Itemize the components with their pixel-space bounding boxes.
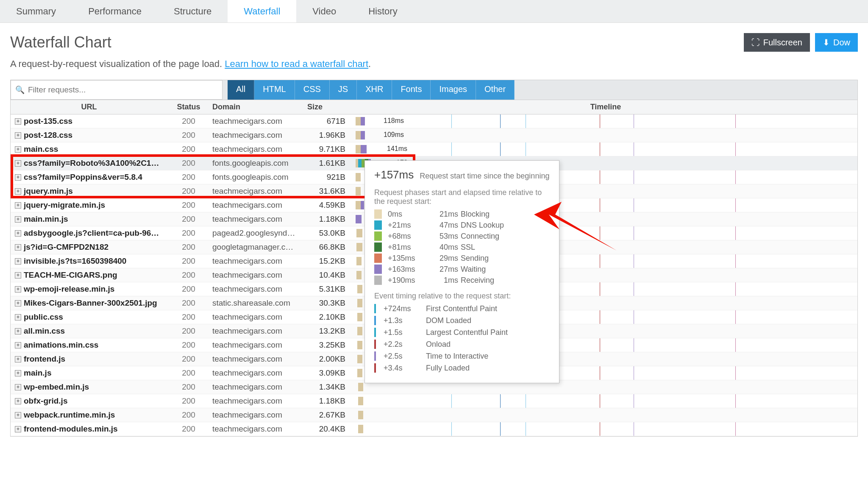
- tab-structure[interactable]: Structure: [158, 0, 228, 22]
- expand-icon[interactable]: +: [15, 174, 21, 181]
- tooltip-offset: +157ms: [374, 168, 414, 181]
- row-domain: teachmecigars.com: [210, 382, 303, 392]
- bar-segment: [357, 341, 362, 349]
- row-domain: teachmecigars.com: [210, 256, 303, 266]
- phase-row: +81ms 40ms SSL: [374, 242, 550, 252]
- table-row[interactable]: +frontend-modules.min.js200teachmecigars…: [11, 422, 857, 436]
- expand-icon[interactable]: +: [15, 412, 21, 418]
- expand-icon[interactable]: +: [15, 146, 21, 153]
- expand-icon[interactable]: +: [15, 216, 21, 223]
- phase-start: +68ms: [388, 232, 426, 241]
- chip-all[interactable]: All: [228, 80, 254, 100]
- waterfall-grid: URL Status Domain Size Timeline +post-13…: [10, 100, 858, 437]
- row-domain: teachmecigars.com: [210, 340, 303, 350]
- row-url: +adsbygoogle.js?client=ca-pub-96…: [11, 228, 167, 238]
- phase-swatch: [374, 276, 382, 285]
- chip-js[interactable]: JS: [330, 80, 357, 100]
- filter-box[interactable]: 🔍: [11, 80, 223, 100]
- expand-icon[interactable]: +: [15, 118, 21, 125]
- row-domain: teachmecigars.com: [210, 396, 303, 406]
- event-name: Time to Interactive: [426, 352, 550, 361]
- expand-icon[interactable]: +: [15, 398, 21, 404]
- tab-performance[interactable]: Performance: [72, 0, 158, 22]
- row-url-text: css?family=Roboto%3A100%2C1…: [24, 159, 159, 168]
- event-time: +1.5s: [384, 328, 422, 337]
- expand-icon[interactable]: +: [15, 230, 21, 237]
- expand-icon[interactable]: +: [15, 272, 21, 279]
- row-url: +post-135.css: [11, 117, 167, 126]
- phase-swatch: [374, 209, 382, 219]
- row-status: 200: [167, 354, 210, 364]
- tabs: SummaryPerformanceStructureWaterfallVide…: [0, 0, 868, 23]
- tooltip-line1: Request start time since the beginning: [420, 172, 549, 181]
- row-url: +Mikes-Cigars-Banner-300x2501.jpg: [11, 298, 167, 308]
- table-row[interactable]: +main.css200teachmecigars.com9.71KB141ms: [11, 142, 857, 156]
- search-icon: 🔍: [15, 85, 25, 95]
- row-size: 2.10KB: [303, 312, 354, 322]
- expand-icon[interactable]: +: [15, 426, 21, 432]
- expand-icon[interactable]: +: [15, 258, 21, 265]
- row-status: 200: [167, 159, 210, 168]
- table-row[interactable]: +post-128.css200teachmecigars.com1.96KB1…: [11, 128, 857, 142]
- row-domain: teachmecigars.com: [210, 131, 303, 140]
- row-url: +wp-emoji-release.min.js: [11, 284, 167, 294]
- fullscreen-button[interactable]: ⛶ Fullscreen: [744, 33, 810, 52]
- event-name: DOM Loaded: [426, 316, 550, 325]
- tooltip-line2: Request phases start and elapsed time re…: [374, 188, 550, 206]
- download-button[interactable]: ⬇ Dow: [815, 33, 858, 52]
- phase-dur: 1ms: [428, 276, 458, 285]
- expand-icon[interactable]: +: [15, 132, 21, 139]
- table-row[interactable]: +obfx-grid.js200teachmecigars.com1.18KB: [11, 394, 857, 408]
- chip-xhr[interactable]: XHR: [357, 80, 392, 100]
- event-tick: [374, 316, 376, 325]
- learn-link[interactable]: Learn how to read a waterfall chart: [225, 59, 368, 69]
- tab-waterfall[interactable]: Waterfall: [228, 0, 296, 22]
- bar-time-label: 118ms: [384, 117, 404, 125]
- bar-segment: [357, 299, 362, 307]
- row-status: 200: [167, 187, 210, 196]
- row-domain: teachmecigars.com: [210, 187, 303, 196]
- chip-other[interactable]: Other: [476, 80, 515, 100]
- bar-segment: [357, 313, 362, 321]
- expand-icon[interactable]: +: [15, 286, 21, 293]
- expand-icon[interactable]: +: [15, 244, 21, 251]
- row-status: 200: [167, 312, 210, 322]
- expand-icon[interactable]: +: [15, 328, 21, 334]
- row-size: 15.2KB: [303, 256, 354, 266]
- expand-icon[interactable]: +: [15, 188, 21, 195]
- event-name: Largest Contentful Paint: [426, 328, 550, 337]
- chip-fonts[interactable]: Fonts: [392, 80, 431, 100]
- expand-icon[interactable]: +: [15, 160, 21, 167]
- bar-segment: [356, 257, 362, 265]
- expand-icon[interactable]: +: [15, 370, 21, 376]
- chip-css[interactable]: CSS: [295, 80, 330, 100]
- expand-icon[interactable]: +: [15, 342, 21, 348]
- chip-images[interactable]: Images: [431, 80, 476, 100]
- row-url-text: main.js: [24, 368, 51, 378]
- tab-video[interactable]: Video: [296, 0, 352, 22]
- bar-segment: [361, 117, 365, 125]
- row-status: 200: [167, 117, 210, 126]
- tab-summary[interactable]: Summary: [0, 0, 72, 22]
- bar-segment: [361, 131, 365, 139]
- expand-icon[interactable]: +: [15, 384, 21, 390]
- row-url: +public.css: [11, 312, 167, 322]
- expand-icon[interactable]: +: [15, 314, 21, 320]
- phase-swatch: [374, 254, 382, 263]
- expand-icon[interactable]: +: [15, 356, 21, 362]
- bar-time-label: 141ms: [387, 145, 407, 153]
- row-url-text: animations.min.css: [24, 340, 98, 350]
- chip-html[interactable]: HTML: [254, 80, 295, 100]
- row-url-text: jquery.min.js: [24, 187, 73, 196]
- phase-list: 0ms 21ms Blocking +21ms 47ms DNS Lookup …: [374, 209, 550, 285]
- filter-input[interactable]: [28, 85, 218, 95]
- event-tick: [374, 351, 376, 361]
- table-row[interactable]: +post-135.css200teachmecigars.com671B118…: [11, 114, 857, 128]
- table-row[interactable]: +webpack.runtime.min.js200teachmecigars.…: [11, 408, 857, 422]
- row-status: 200: [167, 396, 210, 406]
- expand-icon[interactable]: +: [15, 300, 21, 306]
- row-domain: teachmecigars.com: [210, 354, 303, 364]
- tab-history[interactable]: History: [352, 0, 413, 22]
- subtitle: A request-by-request visualization of th…: [0, 55, 868, 80]
- expand-icon[interactable]: +: [15, 202, 21, 209]
